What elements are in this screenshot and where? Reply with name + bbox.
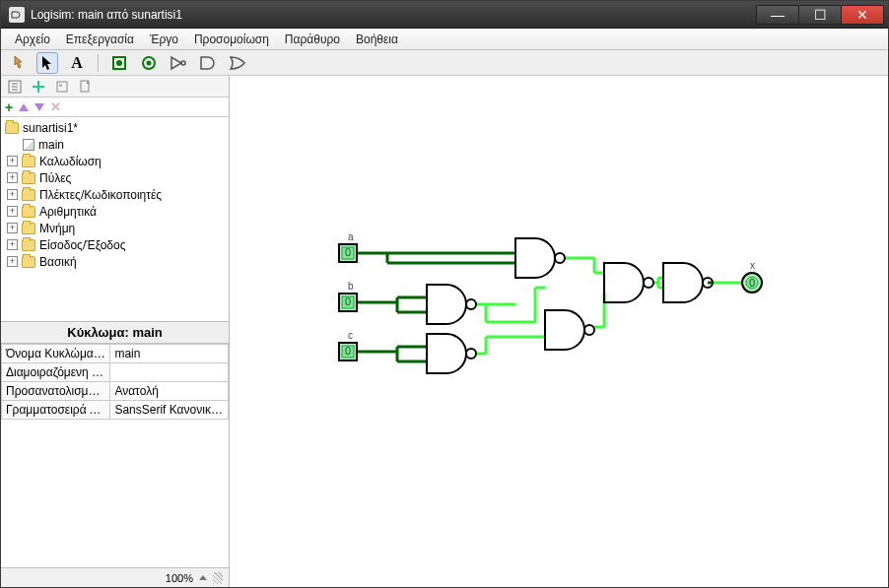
prop-row: Προσανατολισμός Δ...Ανατολή — [2, 382, 229, 401]
svg-point-3 — [147, 60, 152, 65]
folder-icon — [22, 206, 35, 218]
tree-lib-gates: +Πύλες — [1, 169, 229, 186]
output-pin-x[interactable]: 0 — [742, 273, 762, 293]
or-gate-button[interactable] — [227, 52, 248, 74]
label-c: c — [348, 330, 353, 341]
toolbar: A — [1, 50, 888, 76]
nand-gate[interactable] — [427, 285, 476, 324]
menu-project[interactable]: Έργο — [142, 31, 186, 48]
expand-icon[interactable]: + — [7, 256, 18, 267]
zoom-level[interactable]: 100% — [166, 572, 193, 584]
maximize-button[interactable]: ☐ — [798, 5, 842, 25]
properties-header: Κύκλωμα: main — [1, 322, 229, 344]
explorer-btn-1[interactable] — [5, 78, 25, 96]
select-tool-button[interactable] — [36, 52, 58, 74]
label-a: a — [348, 231, 354, 242]
menu-window[interactable]: Παράθυρο — [277, 31, 348, 48]
prop-row: Όνομα Κυκλώματοςmain — [2, 345, 229, 363]
svg-point-4 — [181, 61, 185, 65]
folder-icon — [22, 172, 35, 184]
body: + ✕ sunartisi1* main +Καλωδίωση +Πύλες +… — [1, 76, 888, 587]
project-tree[interactable]: sunartisi1* main +Καλωδίωση +Πύλες +Πλέκ… — [1, 117, 229, 322]
svg-rect-7 — [59, 84, 62, 87]
tree-circuit-main: main — [1, 136, 229, 153]
expand-icon[interactable]: + — [7, 172, 18, 183]
output-pin-button[interactable] — [138, 52, 160, 74]
move-up-icon[interactable] — [19, 103, 29, 111]
folder-icon — [22, 156, 35, 167]
svg-text:0: 0 — [345, 246, 351, 258]
explorer-btn-2[interactable] — [29, 78, 48, 96]
folder-icon — [22, 256, 35, 268]
nand-gate[interactable] — [604, 263, 653, 302]
text-tool-button[interactable]: A — [66, 52, 88, 74]
svg-text:0: 0 — [749, 277, 755, 289]
input-pin-button[interactable] — [108, 52, 130, 74]
expand-icon[interactable]: + — [7, 223, 18, 233]
circuit-toolbar: + ✕ — [1, 98, 229, 117]
circuit-canvas[interactable]: 0 a 0 b 0 c 0 x — [230, 76, 888, 587]
app-icon — [9, 7, 25, 23]
zoom-up-icon[interactable] — [199, 575, 207, 580]
titlebar[interactable]: Logisim: main από sunartisi1 — ☐ ✕ — [1, 1, 888, 29]
folder-icon — [22, 189, 35, 201]
explorer-btn-3[interactable] — [52, 78, 72, 96]
folder-icon — [5, 122, 19, 134]
svg-point-1 — [116, 60, 122, 66]
left-pane: + ✕ sunartisi1* main +Καλωδίωση +Πύλες +… — [1, 76, 230, 587]
prop-row: Διαμοιραζόμενη Ετικ... — [2, 363, 229, 382]
window-title: Logisim: main από sunartisi1 — [31, 8, 757, 22]
tree-lib-arith: +Αριθμητικά — [1, 203, 229, 220]
label-b: b — [348, 281, 354, 292]
minimize-button[interactable]: — — [756, 5, 799, 25]
menu-simulate[interactable]: Προσομοίωση — [186, 31, 277, 48]
nand-gate[interactable] — [545, 310, 594, 350]
tree-lib-base: +Βασική — [1, 253, 229, 270]
menu-file[interactable]: Αρχείο — [7, 31, 58, 48]
circuit-svg: 0 a 0 b 0 c 0 x — [230, 76, 888, 587]
not-gate-button[interactable] — [168, 52, 189, 74]
tree-lib-memory: +Μνήμη — [1, 220, 229, 236]
move-down-icon[interactable] — [34, 103, 44, 111]
folder-icon — [22, 223, 35, 234]
input-pin-a[interactable]: 0 — [339, 244, 357, 262]
menu-help[interactable]: Βοήθεια — [348, 31, 406, 48]
nand-gate[interactable] — [663, 263, 713, 302]
folder-icon — [22, 239, 35, 251]
prop-row: Γραμματοσειρά Διαμ...SansSerif Κανονική … — [2, 401, 229, 420]
explorer-btn-4[interactable] — [76, 78, 96, 96]
tree-root: sunartisi1* — [1, 119, 229, 136]
resize-grip-icon[interactable] — [213, 572, 223, 584]
circuit-icon — [23, 139, 34, 151]
expand-icon[interactable]: + — [7, 206, 18, 217]
expand-icon[interactable]: + — [7, 156, 18, 166]
close-button[interactable]: ✕ — [841, 5, 884, 25]
tree-lib-wiring: +Καλωδίωση — [1, 153, 229, 169]
svg-text:0: 0 — [345, 345, 351, 357]
tree-lib-plexers: +Πλέκτες/Κωδικοποιητές — [1, 186, 229, 203]
svg-text:0: 0 — [345, 295, 351, 307]
tree-lib-io: +Είσοδος/Έξοδος — [1, 236, 229, 253]
add-circuit-icon[interactable]: + — [5, 99, 13, 115]
input-pin-c[interactable]: 0 — [339, 343, 357, 360]
input-pin-b[interactable]: 0 — [339, 294, 357, 311]
label-x: x — [750, 260, 755, 271]
app-window: Logisim: main από sunartisi1 — ☐ ✕ Αρχεί… — [0, 0, 889, 588]
expand-icon[interactable]: + — [7, 239, 18, 250]
delete-circuit-icon[interactable]: ✕ — [50, 99, 61, 114]
explorer-toolbar — [1, 76, 229, 98]
nand-gate[interactable] — [515, 238, 565, 278]
separator — [98, 54, 99, 72]
nand-gate[interactable] — [427, 334, 476, 373]
and-gate-button[interactable] — [197, 52, 219, 74]
expand-icon[interactable]: + — [7, 189, 18, 200]
menubar: Αρχείο Επεξεργασία Έργο Προσομοίωση Παρά… — [1, 29, 888, 50]
statusbar: 100% — [1, 567, 229, 587]
poke-tool-button[interactable] — [7, 52, 29, 74]
properties-empty — [1, 420, 229, 567]
menu-edit[interactable]: Επεξεργασία — [58, 31, 142, 48]
properties-table[interactable]: Όνομα Κυκλώματοςmain Διαμοιραζόμενη Ετικ… — [1, 344, 229, 420]
